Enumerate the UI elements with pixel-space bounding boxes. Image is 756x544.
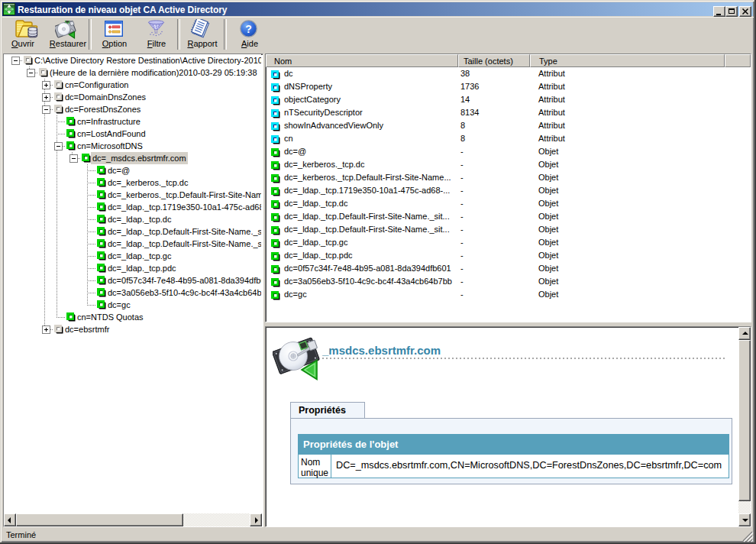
svg-text:?: ? [245,23,252,35]
